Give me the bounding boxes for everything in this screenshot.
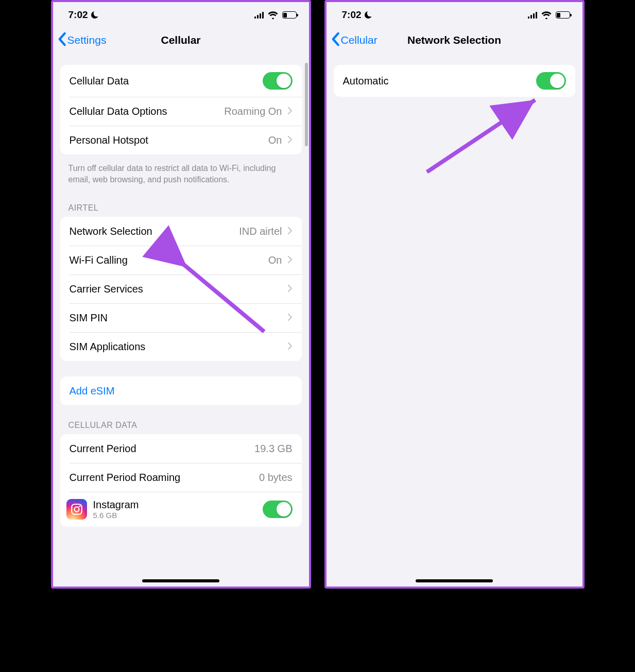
svg-line-4 bbox=[427, 100, 535, 172]
cellular-signal-icon bbox=[254, 11, 264, 19]
row-label: SIM PIN bbox=[70, 312, 108, 324]
row-label: SIM Applications bbox=[70, 341, 146, 353]
home-indicator[interactable] bbox=[142, 579, 219, 582]
row-cellular-data[interactable]: Cellular Data bbox=[60, 65, 302, 97]
home-indicator[interactable] bbox=[416, 579, 493, 582]
chevron-left-icon bbox=[57, 32, 66, 49]
toggle-app-instagram[interactable] bbox=[263, 501, 293, 518]
row-value: 0 bytes bbox=[259, 472, 292, 484]
group-cellular-main: Cellular Data Cellular Data Options Roam… bbox=[60, 65, 302, 154]
chevron-right-icon bbox=[287, 106, 293, 117]
battery-icon bbox=[282, 11, 297, 19]
row-sim-applications[interactable]: SIM Applications bbox=[60, 332, 302, 361]
row-label: Current Period bbox=[70, 443, 136, 455]
cellular-signal-icon bbox=[528, 11, 537, 19]
nav-header: Cellular Network Selection bbox=[327, 27, 582, 54]
row-carrier-services[interactable]: Carrier Services bbox=[60, 274, 302, 303]
row-value: On bbox=[268, 254, 282, 266]
instagram-icon bbox=[66, 499, 87, 520]
app-name: Instagram bbox=[93, 499, 139, 511]
row-network-selection[interactable]: Network Selection IND airtel bbox=[60, 217, 302, 246]
row-current-period-roaming[interactable]: Current Period Roaming 0 bytes bbox=[60, 463, 302, 492]
row-label: Cellular Data Options bbox=[70, 106, 167, 117]
row-cellular-data-options[interactable]: Cellular Data Options Roaming On bbox=[60, 97, 302, 126]
status-bar: 7:02 bbox=[327, 2, 582, 27]
toggle-automatic[interactable] bbox=[536, 72, 566, 90]
page-title: Network Selection bbox=[407, 34, 501, 46]
row-label: Automatic bbox=[343, 75, 389, 87]
group-automatic: Automatic bbox=[334, 65, 575, 97]
chevron-right-icon bbox=[287, 341, 293, 353]
row-app-instagram[interactable]: Instagram 5.6 GB bbox=[60, 492, 302, 527]
row-automatic[interactable]: Automatic bbox=[334, 65, 575, 97]
row-wifi-calling[interactable]: Wi-Fi Calling On bbox=[60, 246, 302, 274]
group-add-esim: Add eSIM bbox=[60, 376, 302, 405]
row-label: Add eSIM bbox=[70, 385, 115, 397]
screenshot-network-selection: 7:02 Cellular Network Selection bbox=[324, 0, 585, 589]
svg-point-1 bbox=[74, 507, 79, 512]
row-label: Wi-Fi Calling bbox=[70, 254, 128, 266]
row-current-period[interactable]: Current Period 19.3 GB bbox=[60, 434, 302, 463]
back-label: Cellular bbox=[341, 34, 377, 46]
screenshot-cellular: 7:02 Settings Cellular bbox=[51, 0, 311, 589]
toggle-cellular-data[interactable] bbox=[263, 72, 293, 90]
chevron-right-icon bbox=[287, 312, 293, 324]
group-data-usage: Current Period 19.3 GB Current Period Ro… bbox=[60, 434, 302, 527]
group-carrier: Network Selection IND airtel Wi-Fi Calli… bbox=[60, 217, 302, 361]
chevron-right-icon bbox=[287, 134, 293, 146]
back-label: Settings bbox=[67, 34, 107, 46]
row-value: 19.3 GB bbox=[254, 443, 292, 455]
row-value: Roaming On bbox=[224, 106, 282, 117]
row-add-esim[interactable]: Add eSIM bbox=[60, 376, 302, 405]
wifi-icon bbox=[268, 11, 278, 19]
status-bar: 7:02 bbox=[53, 2, 309, 27]
chevron-right-icon bbox=[287, 283, 293, 295]
footnote-cellular-data: Turn off cellular data to restrict all d… bbox=[53, 159, 309, 185]
do-not-disturb-icon bbox=[365, 11, 372, 19]
row-label: Cellular Data bbox=[70, 75, 129, 87]
chevron-right-icon bbox=[287, 254, 293, 266]
svg-point-2 bbox=[79, 506, 80, 507]
row-sim-pin[interactable]: SIM PIN bbox=[60, 303, 302, 332]
chevron-right-icon bbox=[287, 226, 293, 237]
row-label: Current Period Roaming bbox=[70, 472, 181, 484]
page-title: Cellular bbox=[161, 34, 200, 46]
annotation-arrow bbox=[422, 90, 551, 177]
section-header-cellular-data: CELLULAR DATA bbox=[53, 421, 309, 434]
row-personal-hotspot[interactable]: Personal Hotspot On bbox=[60, 126, 302, 154]
scrollbar[interactable] bbox=[305, 63, 308, 146]
row-value: IND airtel bbox=[239, 226, 282, 237]
section-header-carrier: AIRTEL bbox=[53, 203, 309, 217]
do-not-disturb-icon bbox=[91, 11, 98, 19]
row-label: Personal Hotspot bbox=[70, 134, 148, 146]
chevron-left-icon bbox=[331, 32, 340, 49]
wifi-icon bbox=[541, 11, 552, 19]
row-label: Carrier Services bbox=[70, 283, 143, 295]
svg-rect-0 bbox=[72, 505, 82, 515]
back-button[interactable]: Settings bbox=[53, 32, 107, 49]
app-usage: 5.6 GB bbox=[93, 511, 139, 520]
battery-icon bbox=[556, 11, 570, 19]
back-button[interactable]: Cellular bbox=[327, 32, 377, 49]
row-label: Network Selection bbox=[70, 226, 152, 237]
status-time: 7:02 bbox=[342, 9, 362, 21]
status-time: 7:02 bbox=[68, 9, 88, 21]
row-value: On bbox=[268, 134, 282, 146]
nav-header: Settings Cellular bbox=[53, 27, 309, 54]
